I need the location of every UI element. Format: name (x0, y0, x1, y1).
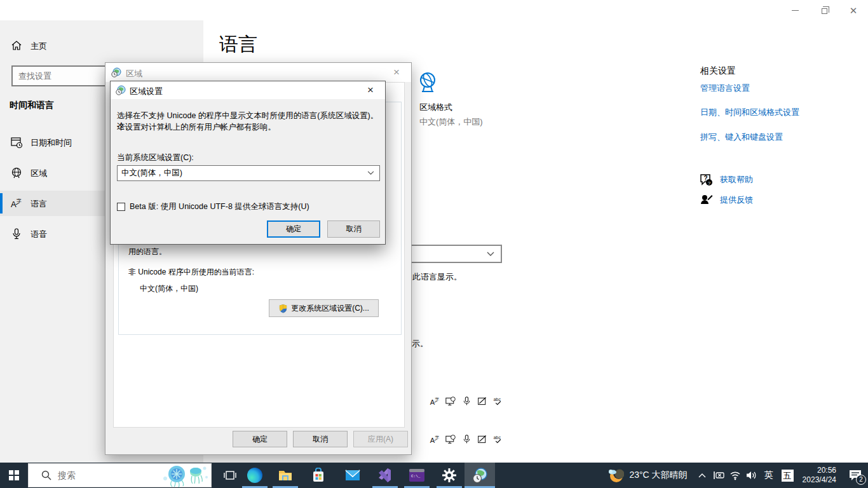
taskbar-app-terminal[interactable]: C:\_ (402, 463, 431, 488)
help-bubble-icon: ? ? (699, 173, 713, 187)
close-icon: ✕ (850, 6, 858, 15)
svg-text:abc: abc (494, 435, 501, 440)
settings-gear-icon (442, 468, 457, 483)
sidebar-item-label: 语言 (31, 198, 47, 210)
weather-condition: 大部晴朗 (652, 470, 688, 480)
current-system-locale-label: 当前系统区域设置(C): (117, 152, 194, 163)
region-window-icon (471, 467, 488, 484)
region-ok-button[interactable]: 确定 (233, 431, 287, 447)
tray-chevron-up-icon[interactable] (694, 463, 710, 488)
mail-icon (345, 468, 360, 482)
region-settings-dialog: 区域设置 × 选择在不支持 Unicode 的程序中显示文本时所使用的语言(系统… (110, 81, 386, 245)
chevron-down-icon (367, 171, 374, 175)
tray-network-icon[interactable] (727, 463, 743, 488)
change-system-locale-label: 更改系统区域设置(C)... (291, 303, 369, 314)
spellcheck-icon: abc (493, 396, 504, 407)
tray-date: 2023/4/24 (803, 475, 836, 485)
task-view-icon (224, 470, 236, 481)
region-settings-close-icon[interactable]: × (362, 84, 379, 97)
taskbar-app-mail[interactable] (338, 463, 367, 488)
minimize-button[interactable] (780, 0, 810, 20)
notification-count-badge: 2 (856, 475, 866, 485)
taskbar-app-edge[interactable] (240, 463, 269, 488)
sidebar-item-label: 区域 (31, 168, 47, 179)
sidebar-item-home[interactable]: 主页 (0, 36, 203, 57)
taskbar-app-store[interactable] (304, 463, 333, 488)
weather-widget[interactable]: 23°C 大部晴朗 (607, 467, 693, 484)
region-dialog-titlebar[interactable]: 区域 × (105, 63, 411, 82)
language-capability-icons: A字 abc (430, 396, 504, 407)
region-cancel-button[interactable]: 取消 (293, 431, 348, 447)
sidebar-item-label: 日期和时间 (31, 137, 72, 149)
window-controls: ✕ (780, 0, 868, 20)
tray-clock[interactable]: 20:56 2023/4/24 (797, 466, 843, 485)
taskbar-app-settings[interactable] (435, 463, 464, 488)
region-dialog-icon (111, 67, 121, 78)
start-button[interactable] (0, 463, 28, 488)
language-icon: A字 (430, 396, 440, 407)
tray-hardware-icon[interactable] (710, 463, 727, 488)
spellcheck-icon: abc (493, 434, 504, 445)
selected-accent-bar (0, 193, 3, 214)
region-dialog-buttons: 确定 取消 应用(A) (105, 426, 411, 454)
tray-volume-icon[interactable] (743, 463, 760, 488)
region-format-globe-icon (418, 71, 437, 94)
region-settings-cancel-button[interactable]: 取消 (327, 220, 380, 238)
get-help-link[interactable]: ? ? 获取帮助 (699, 173, 753, 187)
svg-text:C:\_: C:\_ (411, 474, 421, 478)
region-dialog-close-icon[interactable]: × (388, 66, 405, 79)
tray-input-language[interactable]: 英 (760, 470, 778, 481)
region-settings-icon (116, 85, 126, 95)
svg-text:字: 字 (435, 435, 440, 440)
get-help-label: 获取帮助 (720, 174, 753, 186)
display-language-icon (445, 434, 456, 445)
card-title: 区域格式 (419, 102, 452, 113)
file-explorer-icon (278, 468, 293, 483)
language-icon: A字 (430, 434, 440, 445)
utf8-checkbox-row[interactable]: Beta 版: 使用 Unicode UTF-8 提供全球语言支持(U) (117, 201, 309, 212)
display-language-hint-fragment: 此语言显示。 (412, 271, 462, 283)
settings-titlebar (0, 0, 868, 20)
svg-text:字: 字 (17, 198, 22, 204)
speech-icon (461, 396, 472, 407)
notification-center-button[interactable]: 2 (843, 463, 868, 488)
region-dialog-title: 区域 (126, 68, 142, 79)
minimize-icon (792, 10, 799, 11)
uac-shield-icon (278, 304, 288, 313)
region-settings-ok-button[interactable]: 确定 (267, 220, 320, 238)
description-line-2: 个设置对计算机上的所有用户帐户都有影响。 (117, 122, 276, 133)
link-date-time-region-format[interactable]: 日期、时间和区域格式设置 (700, 107, 799, 118)
system-locale-dropdown[interactable]: 中文(简体，中国) (117, 165, 380, 181)
taskbar-app-visual-studio[interactable] (370, 463, 400, 488)
taskbar-app-region-dialog[interactable] (465, 463, 494, 488)
system-locale-value: 中文(简体，中国) (121, 168, 182, 177)
globe-icon (10, 166, 23, 179)
related-settings-heading: 相关设置 (700, 65, 736, 77)
current-language-value: 中文(简体，中国) (140, 283, 198, 294)
region-apply-button[interactable]: 应用(A) (353, 431, 408, 447)
display-language-icon (445, 396, 456, 407)
change-system-locale-button[interactable]: 更改系统区域设置(C)... (269, 299, 379, 317)
home-icon (11, 40, 22, 51)
taskbar-app-file-explorer[interactable] (271, 463, 300, 488)
svg-text:abc: abc (494, 397, 501, 402)
card-value: 中文(简体，中国) (419, 116, 483, 128)
svg-text:字: 字 (435, 397, 440, 402)
calendar-clock-icon (10, 136, 23, 149)
link-manage-language-settings[interactable]: 管理语言设置 (700, 83, 750, 94)
give-feedback-link[interactable]: 提供反馈 (699, 193, 753, 207)
restore-button[interactable] (810, 0, 839, 20)
close-button[interactable]: ✕ (839, 0, 868, 20)
link-spelling-typing-keyboard[interactable]: 拼写、键入和键盘设置 (700, 132, 783, 143)
region-settings-titlebar[interactable]: 区域设置 × (111, 81, 385, 99)
taskbar-search-input[interactable] (58, 470, 153, 480)
language-icon: A 字 (10, 197, 23, 210)
taskbar-search-box[interactable] (28, 463, 212, 487)
utf8-checkbox[interactable] (117, 203, 125, 211)
edge-icon (247, 468, 262, 483)
tray-ime-mode[interactable]: 五 (782, 470, 794, 482)
region-format-card: 区域格式 中文(简体，中国) (418, 71, 545, 97)
weather-moon-icon (607, 467, 624, 484)
region-settings-title: 区域设置 (130, 86, 163, 97)
weather-temp: 23°C (629, 470, 649, 480)
